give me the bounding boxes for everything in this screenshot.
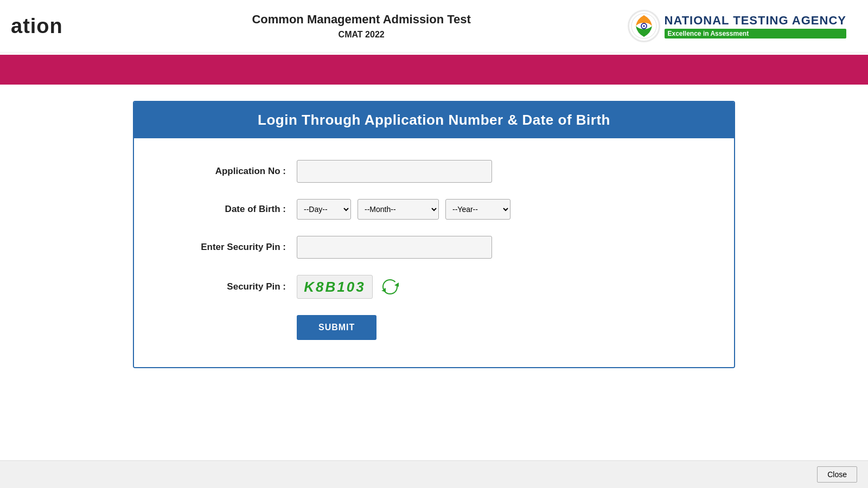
dob-month-select[interactable]: --Month--JanuaryFebruaryMarchAprilMayJun… [358, 199, 439, 220]
login-card-body: Application No : Date of Birth : --Day--… [134, 138, 734, 367]
application-no-row: Application No : [177, 160, 691, 183]
exam-title: Common Management Admission Test [95, 12, 628, 27]
captcha-value: K8B103 [304, 279, 365, 296]
main-content: Login Through Application Number & Date … [0, 85, 868, 384]
exam-subtitle: CMAT 2022 [95, 30, 628, 40]
submit-button[interactable]: SUBMIT [297, 315, 376, 340]
nta-tagline: Excellence in Assessment [665, 29, 847, 38]
security-pin-row: Enter Security Pin : [177, 236, 691, 259]
nta-text-block: NATIONAL TESTING AGENCY Excellence in As… [665, 14, 847, 38]
header-right: NATIONAL TESTING AGENCY Excellence in As… [628, 10, 847, 42]
login-card-title: Login Through Application Number & Date … [150, 112, 718, 129]
dob-label: Date of Birth : [177, 204, 297, 215]
captcha-box: K8B103 [297, 275, 373, 299]
nta-logo: NATIONAL TESTING AGENCY Excellence in As… [628, 10, 847, 42]
application-no-input[interactable] [297, 160, 492, 183]
pink-banner [0, 55, 868, 85]
app-no-field [297, 160, 691, 183]
captcha-label: Security Pin : [177, 281, 297, 292]
submit-row: SUBMIT [177, 315, 691, 340]
login-card: Login Through Application Number & Date … [133, 101, 735, 368]
security-pin-input[interactable] [297, 236, 492, 259]
nta-name: NATIONAL TESTING AGENCY [665, 14, 847, 28]
security-pin-label: Enter Security Pin : [177, 242, 297, 253]
dob-row: Date of Birth : --Day--12345678910111213… [177, 199, 691, 220]
close-button[interactable]: Close [817, 466, 857, 483]
nta-emblem-icon [630, 12, 658, 40]
bottom-bar: Close [0, 460, 868, 488]
nta-logo-circle [628, 10, 660, 42]
refresh-captcha-button[interactable] [378, 275, 402, 299]
page-header: ation Common Management Admission Test C… [0, 0, 868, 53]
captcha-container: K8B103 [297, 275, 691, 299]
dob-selects: --Day--123456789101112131415161718192021… [297, 199, 691, 220]
login-card-header: Login Through Application Number & Date … [134, 102, 734, 138]
captcha-row: Security Pin : K8B103 [177, 275, 691, 299]
header-left-text: ation [11, 15, 63, 38]
refresh-icon [380, 277, 400, 297]
dob-year-select[interactable]: --Year--19901991199219931994199519961997… [445, 199, 510, 220]
captcha-field: K8B103 [297, 275, 691, 299]
app-no-label: Application No : [177, 166, 297, 177]
svg-point-2 [643, 25, 644, 27]
security-pin-field [297, 236, 691, 259]
dob-field: --Day--123456789101112131415161718192021… [297, 199, 691, 220]
dob-day-select[interactable]: --Day--123456789101112131415161718192021… [297, 199, 351, 220]
header-center: Common Management Admission Test CMAT 20… [95, 12, 628, 40]
